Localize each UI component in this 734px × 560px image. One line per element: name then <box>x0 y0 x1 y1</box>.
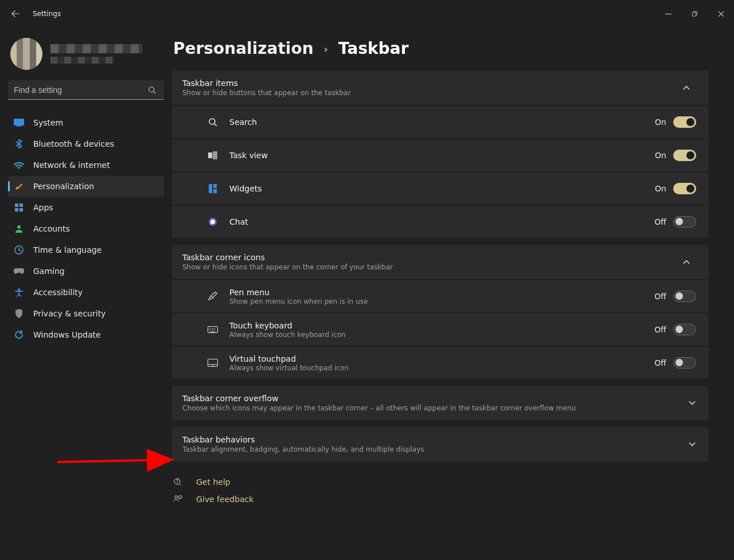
svg-rect-13 <box>213 151 217 159</box>
maximize-button[interactable] <box>681 5 708 23</box>
sidebar-item-label: Network & internet <box>33 160 110 170</box>
toggle-switch[interactable] <box>673 183 696 194</box>
accounts-icon <box>14 224 24 234</box>
toggle-switch[interactable] <box>673 216 696 228</box>
sidebar-item-accounts[interactable]: Accounts <box>8 218 164 239</box>
toggle-state-label: Off <box>654 325 666 334</box>
help-links: ? Get help Give feedback <box>173 477 709 504</box>
svg-point-10 <box>18 288 20 291</box>
toggle-switch[interactable] <box>673 291 696 302</box>
sidebar-item-label: Windows Update <box>33 330 101 339</box>
sidebar-item-time[interactable]: Time & language <box>8 240 164 260</box>
group-taskbar-items-rows: SearchOnTask viewOnWidgetsOnChatOff <box>172 106 709 238</box>
group-taskbar-behaviors[interactable]: Taskbar behaviors Taskbar alignment, bad… <box>172 427 709 461</box>
user-text <box>50 44 142 64</box>
search-input[interactable] <box>14 85 148 95</box>
group-taskbar-items-header[interactable]: Taskbar items Show or hide buttons that … <box>172 71 709 105</box>
give-feedback-link[interactable]: Give feedback <box>173 495 709 504</box>
sidebar-item-accessibility[interactable]: Accessibility <box>8 282 164 303</box>
titlebar: Settings <box>0 0 734 28</box>
svg-rect-4 <box>15 203 18 207</box>
widgets-icon <box>206 182 219 195</box>
breadcrumb: Personalization › Taskbar <box>173 39 709 58</box>
sidebar-item-network[interactable]: Network & internet <box>8 155 164 175</box>
svg-rect-2 <box>14 119 24 126</box>
group-title: Taskbar corner icons <box>182 253 682 262</box>
breadcrumb-current: Taskbar <box>338 39 408 58</box>
row-title: Widgets <box>229 184 655 193</box>
card-title: Taskbar behaviors <box>182 435 688 444</box>
minimize-button[interactable] <box>655 5 681 23</box>
svg-rect-7 <box>19 208 23 212</box>
row-title: Touch keyboard <box>229 321 654 330</box>
accessibility-icon <box>14 287 24 297</box>
touchkb-icon <box>206 323 219 336</box>
row-title: Pen menu <box>229 288 654 297</box>
search-icon <box>148 86 158 94</box>
sidebar-item-label: System <box>33 118 63 127</box>
minimize-icon <box>665 11 671 17</box>
toggle-state-label: On <box>655 184 666 193</box>
chevron-up-icon <box>682 258 696 266</box>
row-pen: Pen menuShow pen menu icon when pen is i… <box>172 280 709 312</box>
chevron-up-icon <box>682 84 696 92</box>
chat-icon <box>206 216 219 228</box>
sidebar-item-gaming[interactable]: Gaming <box>8 261 164 281</box>
svg-rect-23 <box>178 496 182 498</box>
row-title: Search <box>229 118 655 127</box>
toggle-switch[interactable] <box>673 150 696 161</box>
chevron-down-icon <box>688 399 696 407</box>
row-title: Chat <box>229 217 654 226</box>
row-taskview: Task viewOn <box>172 139 709 171</box>
row-touchpad: Virtual touchpadAlways show virtual touc… <box>172 347 709 379</box>
get-help-link[interactable]: ? Get help <box>173 477 709 487</box>
sidebar-item-label: Bluetooth & devices <box>33 139 114 148</box>
group-corner-overflow[interactable]: Taskbar corner overflow Choose which ico… <box>172 386 709 420</box>
toggle-switch[interactable] <box>673 324 696 335</box>
toggle-state-label: On <box>655 151 666 160</box>
row-widgets: WidgetsOn <box>172 173 709 205</box>
sidebar-item-update[interactable]: Windows Update <box>8 324 164 345</box>
avatar <box>10 38 42 70</box>
close-button[interactable] <box>708 5 734 23</box>
user-name-redacted <box>50 44 142 53</box>
group-subtitle: Show or hide icons that appear on the co… <box>182 263 682 271</box>
back-button[interactable] <box>6 5 25 23</box>
card-subtitle: Taskbar alignment, badging, automaticall… <box>182 445 688 453</box>
sidebar-item-label: Gaming <box>33 267 65 276</box>
toggle-switch[interactable] <box>673 116 696 128</box>
svg-rect-14 <box>209 184 212 193</box>
group-subtitle: Show or hide buttons that appear on the … <box>182 89 682 97</box>
sidebar-item-personalization[interactable]: Personalization <box>8 176 164 197</box>
close-icon <box>718 11 724 17</box>
sidebar-item-apps[interactable]: Apps <box>8 197 164 218</box>
toggle-state-label: Off <box>654 292 666 301</box>
search-box[interactable] <box>8 80 164 100</box>
user-account-block[interactable] <box>8 33 164 78</box>
sidebar-item-label: Apps <box>33 203 53 212</box>
maximize-icon <box>692 11 698 17</box>
search-icon <box>206 116 219 128</box>
breadcrumb-parent[interactable]: Personalization <box>173 39 314 58</box>
sidebar-item-privacy[interactable]: Privacy & security <box>8 303 164 324</box>
toggle-state-label: Off <box>654 217 666 226</box>
svg-rect-6 <box>15 208 18 212</box>
svg-point-11 <box>209 119 215 124</box>
svg-point-1 <box>149 87 154 92</box>
sidebar-item-system[interactable]: System <box>8 112 164 133</box>
svg-rect-0 <box>692 12 696 15</box>
main-pane: Personalization › Taskbar Taskbar items … <box>172 28 734 560</box>
personalization-icon <box>14 181 24 191</box>
feedback-label: Give feedback <box>196 495 253 504</box>
group-corner-icons-header[interactable]: Taskbar corner icons Show or hide icons … <box>172 245 709 279</box>
apps-icon <box>14 202 24 213</box>
row-title: Task view <box>229 151 655 160</box>
toggle-switch[interactable] <box>673 357 696 369</box>
svg-rect-16 <box>213 189 217 193</box>
sidebar-item-bluetooth[interactable]: Bluetooth & devices <box>8 134 164 154</box>
sidebar-item-label: Accessibility <box>33 288 83 297</box>
svg-text:?: ? <box>176 479 178 484</box>
help-icon: ? <box>173 477 184 487</box>
feedback-icon <box>173 495 184 504</box>
taskview-icon <box>206 149 219 162</box>
